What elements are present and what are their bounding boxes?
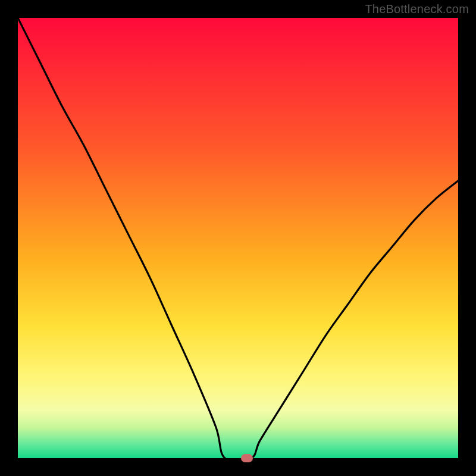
bottleneck-marker (241, 454, 253, 462)
gradient-background (18, 18, 458, 458)
plot-svg (18, 18, 458, 458)
watermark-label: TheBottleneck.com (365, 2, 469, 16)
plot-area (18, 18, 458, 458)
chart-frame: TheBottleneck.com (0, 0, 476, 476)
